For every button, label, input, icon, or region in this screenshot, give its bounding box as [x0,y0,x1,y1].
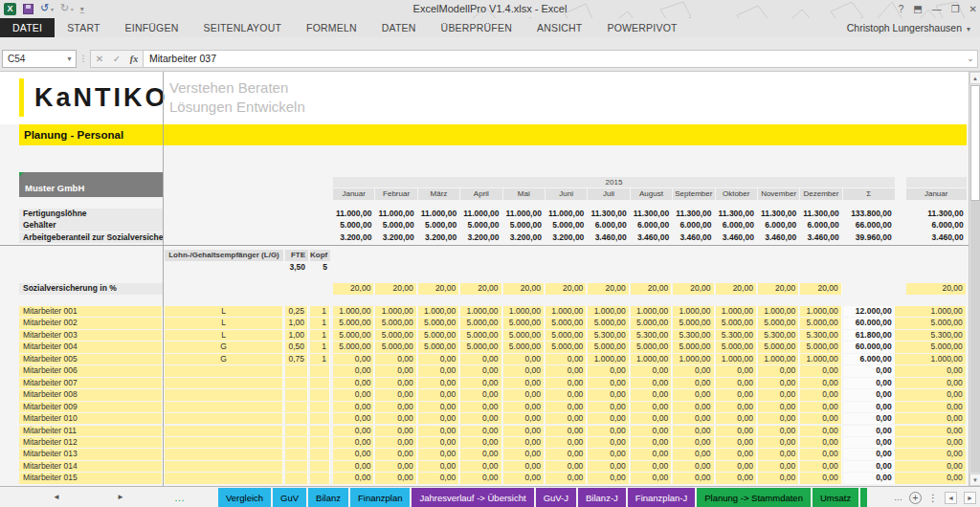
month-value-cell[interactable]: 0,00 [800,402,841,412]
hscroll-left-icon[interactable]: ◄ [945,492,957,504]
sheet-tab-bilanz-j[interactable]: Bilanz-J [578,488,626,507]
month-value-cell[interactable]: 0,00 [460,449,501,459]
month-value-cell[interactable]: 0,00 [673,437,714,448]
month-value-cell[interactable]: 20,00 [716,283,757,295]
month-value-cell[interactable]: 0,00 [503,402,545,412]
month-value-cell[interactable]: 0,00 [631,389,672,400]
month-value-cell[interactable]: 0,00 [418,473,459,483]
month-value-cell[interactable]: 20,00 [460,283,501,295]
fte-value-cell[interactable] [285,378,308,388]
employee-name-cell[interactable]: Mitarbeiter 007 [19,378,163,388]
month-value-cell[interactable]: 0,00 [716,461,757,472]
month-value-cell[interactable]: 0,00 [333,354,374,364]
ribbon-display-icon[interactable]: ⬒ [913,4,922,14]
month-value-cell[interactable]: 5.000,00 [631,342,672,352]
month-value-cell[interactable]: 5.000,00 [375,220,416,231]
month-value-cell[interactable]: 5.300,00 [758,330,799,341]
month-value-cell[interactable]: 0,00 [546,354,587,364]
fte-header-cell[interactable]: FTE [285,250,308,261]
month-header-cell[interactable]: Januar [333,188,374,200]
month-value-cell[interactable]: 0,00 [588,365,629,376]
month-value-cell[interactable]: 0,00 [631,378,672,388]
restore-icon[interactable]: ❐ [951,4,960,14]
month-value-cell[interactable]: 0,00 [375,389,416,400]
kopf-value-cell[interactable] [310,461,330,472]
month-value-cell[interactable]: 0,00 [588,389,629,400]
month-value-cell[interactable]: 0,00 [460,402,501,412]
fte-value-cell[interactable] [285,437,308,448]
sum-value-cell[interactable]: 12.000,00 [843,306,895,317]
tab-scroll-left-icon[interactable]: ◄ [53,487,60,507]
kopf-value-cell[interactable] [310,365,330,376]
sheet-tab-bilanz[interactable]: Bilanz [308,488,348,507]
ribbon-tab-powerpivot[interactable]: POWERPIVOT [594,18,689,37]
employee-name-cell[interactable]: Mitarbeiter 010 [19,413,163,424]
employee-name-cell[interactable]: Mitarbeiter 002 [19,318,163,328]
month-value-cell[interactable]: 0,00 [758,426,799,436]
month-value-cell[interactable]: 0,00 [503,389,545,400]
month-value-cell[interactable]: 0,00 [800,449,841,459]
formula-enter-icon[interactable]: ✓ [108,51,125,67]
month-value-cell[interactable]: 5.000,00 [588,342,629,352]
month-value-cell[interactable]: 3.200,00 [546,232,587,244]
month-value-cell[interactable]: 1.000,00 [673,306,714,317]
month-value-cell[interactable]: 0,00 [800,437,841,448]
sum-value-cell[interactable]: 0,00 [843,461,895,472]
month-value-cell[interactable]: 5.000,00 [758,318,799,328]
sheet-tab-finanzplan[interactable]: Finanzplan [350,488,410,507]
ribbon-tab-ansicht[interactable]: ANSICHT [524,18,595,37]
month-value-cell[interactable]: 0,00 [460,473,501,483]
formula-expand-icon[interactable]: ⌄ [963,50,978,68]
next-month-value-cell[interactable]: 20,00 [906,283,967,295]
sheet-tab-guv[interactable]: GuV [273,488,306,507]
month-value-cell[interactable]: 0,00 [460,413,501,424]
month-value-cell[interactable]: 0,00 [333,437,374,448]
month-value-cell[interactable]: 0,00 [375,413,416,424]
month-value-cell[interactable]: 5.000,00 [546,220,587,231]
month-value-cell[interactable]: 5.000,00 [631,318,672,328]
month-value-cell[interactable]: 0,00 [716,402,757,412]
month-value-cell[interactable]: 0,00 [375,354,416,364]
more-sheets-left[interactable]: … [174,487,185,507]
sheet-tab-vergleich[interactable]: Vergleich [218,488,271,507]
sheet-tab-sba[interactable]: sbA [860,488,867,507]
month-value-cell[interactable]: 3.460,00 [631,232,672,244]
next-month-value-cell[interactable]: 3.460,00 [906,232,967,244]
month-value-cell[interactable]: 5.000,00 [333,220,374,231]
next-month-value-cell[interactable]: 5.000,00 [906,318,967,328]
month-value-cell[interactable]: 11.300,00 [588,209,629,220]
name-box[interactable]: C54 ▼ [2,50,77,68]
month-header-cell[interactable]: Dezember [800,188,841,200]
month-header-cell[interactable]: März [418,188,459,200]
lg-value-cell[interactable]: L [165,330,283,341]
month-value-cell[interactable]: 3.460,00 [588,232,629,244]
kopf-total-cell[interactable]: 5 [310,262,330,274]
next-month-value-cell[interactable]: 11.300,00 [906,209,967,220]
month-value-cell[interactable]: 0,00 [418,413,459,424]
lg-value-cell[interactable] [165,426,283,436]
month-value-cell[interactable]: 5.000,00 [333,330,374,341]
add-sheet-icon[interactable]: + [909,492,922,504]
lg-value-cell[interactable] [165,449,283,459]
kopf-value-cell[interactable]: 1 [310,354,330,364]
month-value-cell[interactable]: 6.000,00 [800,220,841,231]
month-value-cell[interactable]: 0,00 [375,461,416,472]
sheet-tab-planung-stammdaten[interactable]: Planung -> Stammdaten [697,488,811,507]
month-value-cell[interactable]: 0,00 [800,365,841,376]
month-value-cell[interactable]: 0,00 [503,354,545,364]
month-value-cell[interactable]: 0,00 [546,378,587,388]
sheet-tab-umsatz[interactable]: Umsatz [813,488,858,507]
lg-value-cell[interactable] [165,473,283,483]
month-value-cell[interactable]: 0,00 [375,365,416,376]
month-header-cell[interactable]: November [758,188,799,200]
month-value-cell[interactable]: 1.000,00 [716,306,757,317]
next-month-value-cell[interactable]: 0,00 [906,378,967,388]
kopf-value-cell[interactable]: 1 [310,342,330,352]
month-value-cell[interactable]: 0,00 [673,378,714,388]
month-value-cell[interactable]: 5.300,00 [673,330,714,341]
month-value-cell[interactable]: 1.000,00 [333,306,374,317]
month-value-cell[interactable]: 5.000,00 [503,330,545,341]
sheet-tab-finanzplan-j[interactable]: Finanzplan-J [628,488,695,507]
month-value-cell[interactable]: 0,00 [758,378,799,388]
row-label-cell[interactable]: Gehälter [19,220,163,231]
